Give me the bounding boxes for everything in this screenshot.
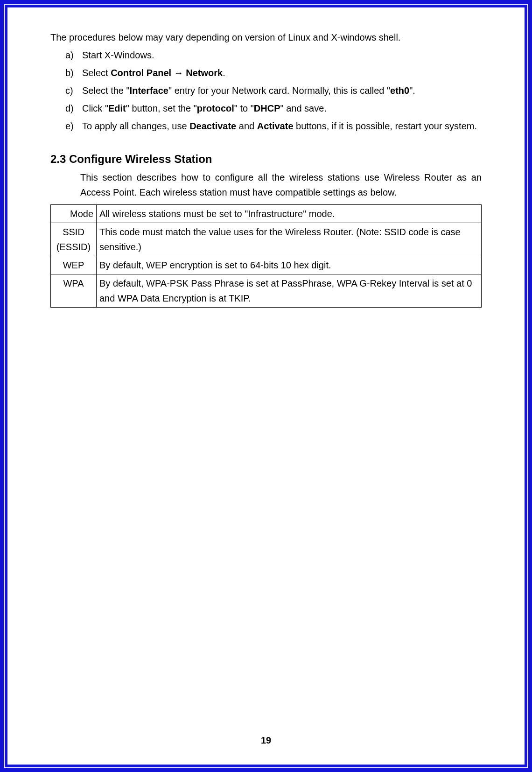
table-value: This code must match the value uses for … (97, 223, 482, 256)
table-key: SSID (ESSID) (51, 223, 97, 256)
list-marker: e) (65, 119, 74, 133)
intro-text: The procedures below may vary depending … (50, 30, 482, 45)
list-text: To apply all changes, use Deactivate and… (82, 121, 477, 131)
list-item: c) Select the "Interface" entry for your… (65, 83, 482, 98)
table-row: WPA By default, WPA-PSK Pass Phrase is s… (51, 274, 482, 308)
table-value: By default, WPA-PSK Pass Phrase is set a… (97, 274, 482, 308)
list-marker: b) (65, 65, 74, 80)
table-key: WPA (51, 274, 97, 308)
table-key: WEP (51, 256, 97, 274)
section-description: This section describes how to configure … (50, 170, 482, 200)
table-row: Mode All wireless stations must be set t… (51, 205, 482, 223)
list-marker: c) (65, 83, 73, 98)
list-item: d) Click "Edit" button, set the "protoco… (65, 101, 482, 116)
config-table: Mode All wireless stations must be set t… (50, 204, 482, 308)
section-heading: 2.3 Configure Wireless Station (50, 150, 482, 168)
table-row: SSID (ESSID) This code must match the va… (51, 223, 482, 256)
list-item: a) Start X-Windows. (65, 48, 482, 63)
arrow-icon: → (174, 68, 183, 78)
list-text: Click "Edit" button, set the "protocol" … (82, 103, 327, 113)
table-key: Mode (51, 205, 97, 223)
table-row: WEP By default, WEP encryption is set to… (51, 256, 482, 274)
list-marker: d) (65, 101, 74, 116)
table-value: By default, WEP encryption is set to 64-… (97, 256, 482, 274)
page-content: The procedures below may vary depending … (50, 30, 482, 308)
page-number: 19 (7, 735, 525, 746)
list-item: e) To apply all changes, use Deactivate … (65, 119, 482, 133)
list-text: Select Control Panel → Network. (82, 68, 225, 78)
list-text: Start X-Windows. (82, 50, 154, 60)
procedure-list: a) Start X-Windows. b) Select Control Pa… (50, 48, 482, 133)
table-value: All wireless stations must be set to "In… (97, 205, 482, 223)
list-text: Select the "Interface" entry for your Ne… (82, 85, 415, 96)
list-item: b) Select Control Panel → Network. (65, 65, 482, 80)
list-marker: a) (65, 48, 74, 63)
